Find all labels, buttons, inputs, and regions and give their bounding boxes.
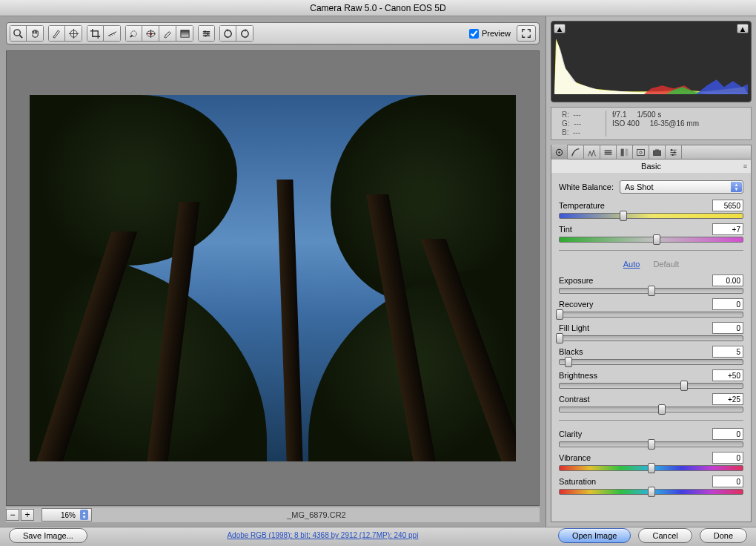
slider-thumb[interactable]: [620, 211, 627, 221]
exposure-value[interactable]: [712, 274, 743, 286]
zoom-level-select[interactable]: 16%: [42, 508, 92, 522]
tab-detail-icon[interactable]: [584, 145, 600, 159]
contrast-value[interactable]: [712, 393, 743, 405]
crop-tool-icon[interactable]: [87, 25, 104, 42]
svg-point-18: [558, 151, 560, 153]
hand-tool-icon[interactable]: [27, 25, 44, 42]
filllight-slider[interactable]: [559, 335, 743, 341]
tab-presets-icon[interactable]: [666, 145, 682, 159]
graduated-filter-icon[interactable]: [176, 25, 193, 42]
prefs-icon[interactable]: [198, 25, 215, 42]
slider-thumb[interactable]: [565, 357, 572, 367]
blacks-label: Blacks: [559, 347, 583, 356]
blacks-value[interactable]: [712, 346, 743, 358]
recovery-slider[interactable]: [559, 312, 743, 318]
tab-tonecurve-icon[interactable]: [568, 145, 584, 159]
wb-tool-icon[interactable]: [48, 25, 65, 42]
done-button[interactable]: Done: [700, 528, 747, 543]
basic-panel: White Balance: As Shot Temperature Tint: [551, 173, 752, 522]
slider-thumb[interactable]: [556, 333, 563, 343]
svg-rect-10: [180, 30, 188, 36]
save-image-button[interactable]: Save Image...: [9, 528, 87, 543]
wb-select[interactable]: As Shot: [620, 180, 743, 194]
tab-camera-cal-icon[interactable]: [649, 145, 666, 159]
clarity-label: Clarity: [559, 430, 582, 438]
slider-thumb[interactable]: [648, 439, 655, 450]
tint-value[interactable]: [712, 223, 743, 235]
svg-point-32: [674, 151, 675, 153]
saturation-slider[interactable]: [559, 489, 743, 495]
vibrance-label: Vibrance: [559, 453, 591, 462]
tint-slider[interactable]: [559, 237, 743, 243]
brightness-label: Brightness: [559, 371, 597, 380]
vibrance-value[interactable]: [712, 452, 743, 464]
image-preview[interactable]: [6, 50, 540, 506]
slider-thumb[interactable]: [653, 234, 660, 245]
preview-checkbox-input[interactable]: [469, 29, 479, 39]
highlight-clip-toggle-icon[interactable]: ▲: [737, 24, 749, 33]
wb-label: White Balance:: [559, 182, 614, 191]
window-titlebar: Camera Raw 5.0 - Canon EOS 5D: [0, 0, 756, 16]
svg-rect-23: [625, 148, 628, 156]
svg-point-31: [671, 149, 672, 151]
divider: [559, 420, 743, 421]
svg-rect-24: [637, 149, 645, 155]
clarity-slider[interactable]: [559, 441, 743, 447]
stepper-icon: [731, 182, 742, 192]
recovery-value[interactable]: [712, 298, 743, 310]
contrast-slider[interactable]: [559, 407, 743, 412]
stepper-icon: [80, 510, 88, 520]
slider-thumb[interactable]: [680, 381, 688, 391]
zoom-tool-icon[interactable]: [10, 25, 27, 42]
redeye-tool-icon[interactable]: [142, 25, 159, 42]
temperature-slider[interactable]: [559, 213, 743, 219]
toolbar: Preview: [6, 22, 540, 45]
vibrance-slider[interactable]: [559, 465, 743, 471]
panel-menu-icon[interactable]: ≡: [743, 162, 746, 170]
image-meta-readout: R: --- G: --- B: --- f/7.1 1/500 s ISO 4…: [551, 107, 752, 140]
slider-thumb[interactable]: [658, 404, 666, 415]
slider-thumb[interactable]: [556, 309, 563, 320]
meta-aperture: f/7.1: [612, 111, 626, 119]
tab-splittone-icon[interactable]: [617, 145, 633, 159]
brightness-value[interactable]: [712, 369, 743, 381]
slider-thumb[interactable]: [648, 463, 655, 473]
fullscreen-toggle-icon[interactable]: [517, 25, 536, 42]
slider-thumb[interactable]: [648, 286, 655, 296]
exposure-slider[interactable]: [559, 288, 743, 294]
svg-point-16: [205, 34, 207, 36]
window-title: Camera Raw 5.0 - Canon EOS 5D: [310, 3, 445, 13]
temperature-value[interactable]: [712, 200, 743, 211]
filllight-value[interactable]: [712, 322, 743, 334]
open-image-button[interactable]: Open Image: [558, 528, 631, 543]
zoom-out-button[interactable]: −: [6, 509, 19, 521]
auto-link[interactable]: Auto: [623, 260, 640, 269]
saturation-label: Saturation: [559, 477, 596, 486]
tab-lenscorr-icon[interactable]: [633, 145, 649, 159]
tab-basic-icon[interactable]: [551, 145, 568, 159]
preview-checkbox[interactable]: Preview: [469, 29, 511, 39]
svg-rect-19: [605, 150, 612, 151]
cancel-button[interactable]: Cancel: [638, 528, 692, 543]
spot-removal-icon[interactable]: [125, 25, 142, 42]
svg-point-33: [672, 154, 673, 155]
slider-thumb[interactable]: [648, 487, 655, 497]
svg-rect-20: [605, 151, 612, 153]
clarity-value[interactable]: [712, 428, 743, 440]
workflow-options-link[interactable]: Adobe RGB (1998); 8 bit; 4368 by 2912 (1…: [227, 531, 418, 539]
recovery-label: Recovery: [559, 300, 593, 309]
tab-hsl-icon[interactable]: [600, 145, 617, 159]
rotate-cw-icon[interactable]: [236, 25, 253, 42]
rotate-ccw-icon[interactable]: [219, 25, 236, 42]
svg-point-14: [204, 30, 206, 33]
zoom-in-button[interactable]: +: [21, 509, 34, 521]
shadow-clip-toggle-icon[interactable]: ▲: [554, 24, 566, 33]
default-link[interactable]: Default: [653, 260, 679, 269]
saturation-value[interactable]: [712, 476, 743, 487]
brightness-slider[interactable]: [559, 383, 743, 389]
color-sampler-icon[interactable]: [65, 25, 82, 42]
histogram[interactable]: ▲ ▲: [551, 21, 752, 102]
adjustment-brush-icon[interactable]: [159, 25, 176, 42]
blacks-slider[interactable]: [559, 359, 743, 365]
straighten-tool-icon[interactable]: [104, 25, 121, 42]
